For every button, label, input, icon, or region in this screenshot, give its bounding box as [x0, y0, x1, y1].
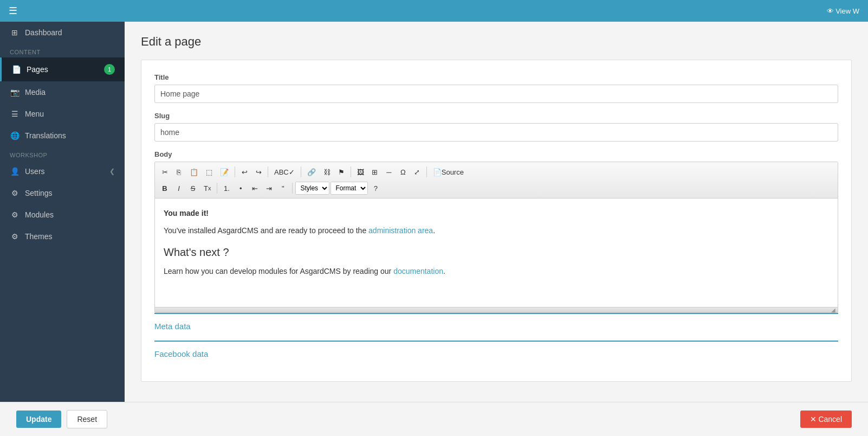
editor-link-admin[interactable]: administration area: [368, 226, 433, 235]
dashboard-icon: ⊞: [10, 28, 20, 37]
cut-button[interactable]: ✂: [158, 165, 171, 178]
source-icon: 📄: [433, 168, 442, 176]
sidebar-label-menu: Menu: [25, 110, 44, 118]
redo-button[interactable]: ↪: [252, 165, 265, 178]
facebook-data-header[interactable]: Facebook data: [154, 342, 838, 366]
main-inner: Edit a page Title Slug Body ✂ ⎘ 📋: [125, 22, 868, 402]
link-button[interactable]: 🔗: [304, 165, 319, 178]
toolbar-row-2: B I S Tx 1. • ⇤ ⇥ " Styles: [158, 181, 834, 196]
themes-icon: ⚙: [10, 232, 20, 241]
special-char-button[interactable]: Ω: [397, 165, 410, 178]
sidebar-item-dashboard[interactable]: ⊞ Dashboard: [0, 22, 125, 43]
table-button[interactable]: ⊞: [368, 165, 381, 178]
toolbar-separator-2: [268, 166, 268, 177]
outdent-button[interactable]: ⇤: [248, 182, 261, 195]
menu-icon: ☰: [10, 110, 20, 118]
editor-heading: What's next ?: [164, 243, 829, 261]
sidebar-label-translations: Translations: [25, 131, 66, 140]
spellcheck-button[interactable]: ABC✓: [271, 165, 298, 178]
sidebar-section-content: Content: [0, 43, 125, 57]
page-title: Edit a page: [141, 35, 852, 49]
editor-resize-handle[interactable]: [155, 307, 838, 312]
editor-bold-text: You made it!: [164, 209, 209, 217]
paste-word-button[interactable]: 📝: [217, 165, 232, 178]
sidebar-label-settings: Settings: [25, 189, 53, 197]
title-label: Title: [154, 73, 838, 81]
sidebar-item-menu[interactable]: ☰ Menu: [0, 103, 125, 125]
paste-text-button[interactable]: ⬚: [203, 165, 216, 178]
meta-data-header[interactable]: Meta data: [154, 314, 838, 338]
remove-format-button[interactable]: Tx: [200, 182, 214, 195]
slug-input[interactable]: [154, 123, 838, 142]
help-button[interactable]: ?: [369, 182, 382, 195]
ordered-list-button[interactable]: 1.: [220, 182, 233, 195]
source-button[interactable]: 📄 Source: [430, 165, 467, 178]
sidebar-section-workshop: Workshop: [0, 146, 125, 161]
editor-paragraph-2: Learn how you can develop modules for As…: [164, 265, 829, 277]
update-button[interactable]: Update: [16, 411, 61, 428]
indent-button[interactable]: ⇥: [262, 182, 275, 195]
sidebar-label-dashboard: Dashboard: [25, 28, 62, 37]
users-chevron-icon: ❮: [109, 168, 115, 175]
body-label: Body: [154, 150, 838, 158]
sidebar-item-modules[interactable]: ⚙ Modules: [0, 204, 125, 226]
sidebar-label-media: Media: [25, 88, 46, 97]
title-input[interactable]: [154, 85, 838, 103]
sidebar-item-users[interactable]: 👤 Users ❮: [0, 161, 125, 182]
sidebar-label-pages: Pages: [27, 65, 48, 74]
toolbar-row-1: ✂ ⎘ 📋 ⬚ 📝 ↩ ↪ ABC✓ 🔗 ⛓: [158, 164, 834, 179]
sidebar-label-themes: Themes: [25, 232, 53, 241]
pages-icon: 📄: [11, 65, 21, 74]
sidebar-item-translations[interactable]: 🌐 Translations: [0, 125, 125, 146]
toolbar-separator-5: [426, 166, 427, 177]
toolbar-separator-7: [292, 183, 293, 194]
sidebar-item-media[interactable]: 📷 Media: [0, 81, 125, 103]
editor-paragraph-1: You've installed AsgardCMS and are ready…: [164, 225, 829, 236]
editor-link-docs[interactable]: documentation: [393, 267, 443, 275]
topbar-right: 👁 View W: [827, 7, 859, 15]
cancel-button[interactable]: ✕ Cancel: [800, 411, 852, 428]
editor-body[interactable]: You made it! You've installed AsgardCMS …: [155, 198, 838, 307]
italic-button[interactable]: I: [172, 182, 185, 195]
paste-button[interactable]: 📋: [186, 165, 202, 178]
sidebar-label-users: Users: [25, 167, 45, 176]
undo-button[interactable]: ↩: [238, 165, 251, 178]
modules-icon: ⚙: [10, 210, 20, 219]
unlink-button[interactable]: ⛓: [320, 165, 334, 178]
meta-data-section: Meta data: [154, 313, 838, 338]
facebook-data-label: Facebook data: [154, 349, 208, 358]
bold-button[interactable]: B: [158, 182, 171, 195]
slug-label: Slug: [154, 112, 838, 120]
sidebar-item-settings[interactable]: ⚙ Settings: [0, 182, 125, 204]
unordered-list-button[interactable]: •: [234, 182, 247, 195]
sidebar-item-themes[interactable]: ⚙ Themes: [0, 226, 125, 247]
editor-toolbar: ✂ ⎘ 📋 ⬚ 📝 ↩ ↪ ABC✓ 🔗 ⛓: [155, 162, 838, 198]
blockquote-button[interactable]: ": [276, 182, 289, 195]
anchor-button[interactable]: ⚑: [335, 165, 348, 178]
facebook-data-section: Facebook data: [154, 341, 838, 366]
main-content: Edit a page Title Slug Body ✂ ⎘ 📋: [125, 22, 868, 402]
copy-button[interactable]: ⎘: [172, 165, 185, 178]
edit-form-card: Title Slug Body ✂ ⎘ 📋 ⬚ 📝: [141, 60, 852, 382]
media-icon: 📷: [10, 88, 20, 97]
topbar: ☰ 👁 View W: [0, 0, 868, 22]
editor-wrapper: ✂ ⎘ 📋 ⬚ 📝 ↩ ↪ ABC✓ 🔗 ⛓: [154, 162, 838, 313]
reset-button[interactable]: Reset: [67, 410, 107, 428]
image-button[interactable]: 🖼: [354, 165, 367, 178]
styles-select[interactable]: Styles: [295, 182, 329, 195]
hamburger-icon[interactable]: ☰: [9, 5, 17, 17]
topbar-left: ☰: [9, 5, 17, 17]
maximize-button[interactable]: ⤢: [411, 165, 424, 178]
layout: ⊞ Dashboard Content 📄 Pages 1 📷 Media ☰ …: [0, 22, 868, 402]
translations-icon: 🌐: [10, 131, 20, 140]
horizontal-rule-button[interactable]: ─: [383, 165, 396, 178]
toolbar-separator-3: [301, 166, 301, 177]
toolbar-separator-1: [235, 166, 235, 177]
bottom-bar: Update Reset ✕ Cancel: [0, 402, 868, 436]
sidebar-item-pages[interactable]: 📄 Pages 1: [0, 57, 125, 81]
strikethrough-button[interactable]: S: [186, 182, 199, 195]
toolbar-separator-6: [217, 183, 217, 194]
view-site-link[interactable]: 👁 View W: [827, 7, 859, 15]
format-select[interactable]: Format: [331, 182, 368, 195]
source-label: Source: [442, 168, 464, 176]
